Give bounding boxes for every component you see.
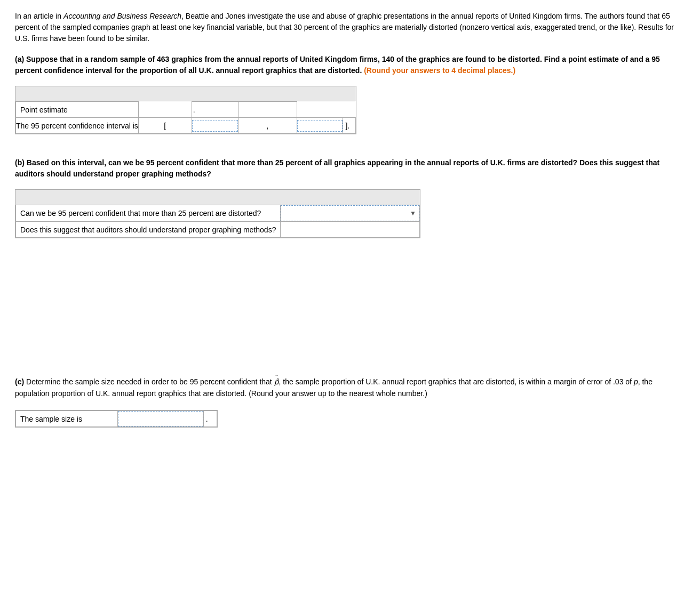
section-a-heading: (a) Suppose that in a random sample of 4… — [15, 54, 685, 76]
table-a-header — [15, 86, 356, 101]
table-b-header — [15, 190, 420, 205]
p-hat-symbol: p̂ — [274, 376, 279, 388]
section-a: (a) Suppose that in a random sample of 4… — [15, 54, 685, 144]
ci-lower-input-cell[interactable] — [192, 118, 238, 134]
table-b-row1-dropdown-cell[interactable]: Yes No ▼ — [281, 205, 420, 222]
ci-bracket-close: ]. — [343, 118, 356, 134]
section-a-table: Point estimate . The 95 percent confiden… — [15, 86, 356, 134]
intro-paragraph: In an article in Accounting and Business… — [15, 11, 685, 44]
section-c-label: (c) — [15, 377, 24, 386]
dropdown-wrapper[interactable]: Yes No ▼ — [281, 205, 419, 221]
p-italic: p — [634, 377, 638, 386]
point-estimate-row: Point estimate . — [16, 102, 356, 118]
ci-label: The 95 percent confidence interval is — [16, 118, 139, 134]
ci-bracket-open: [ — [138, 118, 192, 134]
section-b-text: Based on this interval, can we be 95 per… — [15, 158, 659, 178]
ci-upper-input[interactable] — [297, 120, 343, 132]
ci-row: The 95 percent confidence interval is [ … — [16, 118, 356, 134]
section-c-heading: (c) Determine the sample size needed in … — [15, 376, 685, 399]
section-b-heading: (b) Based on this interval, can we be 95… — [15, 157, 685, 180]
point-estimate-label: Point estimate — [16, 102, 139, 118]
section-b-table: Can we be 95 percent confident that more… — [15, 189, 420, 238]
sample-size-row: The sample size is . — [16, 411, 217, 427]
point-estimate-input[interactable] — [143, 105, 187, 114]
confident-dropdown[interactable]: Yes No — [281, 206, 419, 220]
section-c-round-instruction: (Round your answer up to the nearest who… — [249, 389, 427, 398]
section-a-text: Suppose that in a random sample of 463 g… — [15, 55, 660, 75]
journal-name: Accounting and Business Research — [63, 12, 181, 20]
table-b-row1-label: Can we be 95 percent confident that more… — [16, 205, 281, 222]
section-c-text-before: Determine the sample size needed in orde… — [26, 377, 274, 386]
auditors-input[interactable] — [285, 226, 415, 234]
sample-size-label: The sample size is — [16, 411, 118, 427]
section-b-label: (b) — [15, 158, 25, 167]
sample-size-period: . — [203, 411, 217, 427]
section-b: (b) Based on this interval, can we be 95… — [15, 157, 685, 248]
sample-size-table: The sample size is . — [15, 410, 218, 428]
section-c: (c) Determine the sample size needed in … — [15, 376, 685, 438]
table-b-row1: Can we be 95 percent confident that more… — [16, 205, 420, 222]
ci-comma: , — [238, 118, 297, 134]
ci-lower-input[interactable] — [192, 120, 238, 132]
point-estimate-period: . — [192, 102, 238, 118]
point-estimate-extra — [238, 102, 297, 118]
point-estimate-input-cell[interactable] — [138, 102, 192, 118]
sample-size-input[interactable] — [118, 411, 203, 426]
sample-size-input-cell[interactable] — [118, 411, 204, 427]
table-b-row2-label: Does this suggest that auditors should u… — [16, 222, 281, 238]
table-b-row2: Does this suggest that auditors should u… — [16, 222, 420, 238]
table-b-row2-input-cell[interactable] — [281, 222, 420, 238]
ci-upper-input-cell[interactable] — [297, 118, 343, 134]
section-a-label: (a) — [15, 55, 24, 63]
section-a-round-instruction: (Round your answers to 4 decimal places.… — [364, 66, 515, 75]
section-c-text-after: , the sample proportion of U.K. annual r… — [279, 377, 634, 386]
